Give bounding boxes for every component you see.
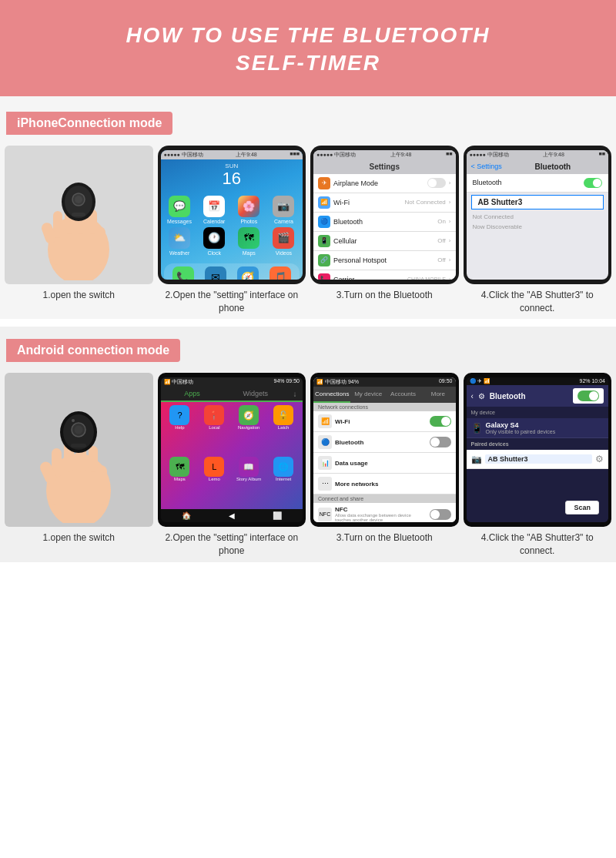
data-icon: 📊 [318,456,332,470]
android-app-story: 📖Story Album [233,457,265,506]
bt-header: < Settings Bluetooth [467,159,609,174]
ios-bt-status-bar: ●●●●● 中国移动上午9:48■■ [467,150,609,159]
more-networks-row: ⋯ More networks [313,474,456,494]
svg-rect-23 [71,444,86,447]
nfc-row: NFC NFC Allow data exchange between devi… [313,503,456,522]
android-step-4-caption: 4.Click the "AB Shutter3" to connect. [464,531,612,558]
app-videos: 🎬Videos [268,227,300,256]
tab-mydevice[interactable]: My device [350,387,385,403]
settings-title: Settings [313,159,456,174]
wifi-row: 📶 Wi-Fi [313,411,456,432]
device-phone-icon: 📱 [471,423,483,434]
android-app-latch: 🔓Latch [267,405,300,454]
connect-share-header: Connect and share [313,494,456,503]
page-title: HOW TO USE THE BLUETOOTH SELF-TIMER [15,22,601,78]
settings-wifi: 📶 Wi-Fi Not Connected › [313,193,456,213]
dock-music: 🎵 [270,266,291,280]
bluetooth-row: 🔵 Bluetooth [313,432,456,453]
scan-button[interactable]: Scan [565,501,599,514]
nfc-toggle[interactable] [430,509,451,520]
iphone-step-2: ●●●●● 中国移动 上午9:48 ■■■ SUN 16 💬Messages 📅… [158,146,306,315]
bt-toggle[interactable] [584,178,602,188]
bt-row-icon: 🔵 [318,435,332,449]
settings-cellular: 📱 Cellular Off › [313,232,456,251]
settings-gear-icon[interactable]: ⚙ [595,454,604,464]
ios-settings-status-bar: ●●●●● 中国移动上午9:48■■ [313,150,456,159]
bluetooth-settings-icon: 🔵 [318,216,330,228]
android-step-4: 🔵 ✈ 📶92% 10:04 ‹ ⚙ Bluetooth My device [464,373,612,558]
app-clock: 🕐Clock [199,227,230,256]
android-step-3-caption: 3.Turn on the Bluetooth [336,531,433,545]
bt-discoverable: Now Discoverable [467,222,609,232]
android-instruction-grid: 1.open the switch 📶 中国移动94% 09:50 Apps W… [0,368,616,562]
android-tabs: Connections My device Accounts More [313,387,456,403]
bt-not-connected: Not Connected [467,212,609,222]
data-usage-row: 📊 Data usage [313,453,456,474]
android-hand-device [36,377,121,523]
android-app-maps: 🗺Maps [164,457,196,506]
iphone-section-label: iPhoneConnection mode [6,112,172,135]
nfc-icon: NFC [318,508,332,521]
iphone-step-1: 1.open the switch [5,146,153,315]
tab-apps[interactable]: Apps [161,387,224,402]
android-step-3: 📶 中国移动 94%09:50 Connections My device Ac… [310,373,459,558]
airplane-icon: ✈ [318,177,330,189]
android-step-1-caption: 1.open the switch [43,531,115,545]
settings-hotspot: 🔗 Personal Hotspot Off › [313,251,456,270]
android-bt-status: 🔵 ✈ 📶92% 10:04 [467,377,609,385]
dock-mail: ✉ [205,266,226,280]
settings-carrier: 📞 Carrier CHINA MOBILE › [313,270,456,280]
abt-back[interactable]: ‹ [471,392,474,401]
sort-icon[interactable]: ↓ [287,387,303,401]
tab-widgets[interactable]: Widgets [224,387,287,401]
ab-shutter-row: 📷 AB Shutter3 ⚙ [467,450,609,469]
app-camera: 📷Camera [268,196,300,224]
wifi-toggle[interactable] [430,416,451,427]
android-conn-status: 📶 中国移动 94%09:50 [313,377,456,387]
android-app-lemo: LLemo [198,457,230,506]
android-app-local: 📍Local [198,405,230,454]
paired-label: Paired devices [471,440,604,448]
wifi-icon: 📶 [318,196,330,209]
android-step-2-caption: 2.Open the "setting" interface on phone [158,531,306,558]
svg-point-24 [72,419,75,422]
android-nav-recent[interactable]: ⬜ [273,511,282,520]
galaxy-device-row: 📱 Galaxy S4 Only visible to paired devic… [467,418,609,438]
iphone-instruction-grid: 1.open the switch ●●●●● 中国移动 上午9:48 ■■■ … [0,141,616,320]
android-app-internet: 🌐Internet [267,457,300,506]
bt-toggle-android[interactable] [430,437,451,447]
ab-device-name: AB Shutter3 [485,454,593,464]
my-device-section: My device [467,407,609,418]
abt-toggle-on[interactable] [573,388,604,404]
svg-rect-11 [72,213,85,216]
tab-connections[interactable]: Connections [313,387,350,403]
android-app-navigation: 🧭Navigation [233,405,265,454]
app-messages: 💬Messages [164,196,196,224]
cellular-icon: 📱 [318,235,330,247]
ios-status-bar: ●●●●● 中国移动 上午9:48 ■■■ [161,150,303,159]
network-connections-header: Network connections [313,403,456,411]
dock-phone: 📞 [172,266,194,280]
android-app-help: ?Help [164,405,196,454]
ab-device-icon: 📷 [471,454,482,464]
app-calendar: 📅Calendar [199,196,230,224]
iphone-step-2-caption: 2.Open the "setting" interface on phone [158,289,306,315]
settings-airplane: ✈ Airplane Mode › [313,174,456,193]
android-section-label: Android connection mode [6,339,180,362]
iphone-step-3: ●●●●● 中国移动上午9:48■■ Settings ✈ Airplane M… [310,146,459,315]
android-status-bar: 📶 中国移动94% 09:50 [161,377,303,387]
wifi-row-icon: 📶 [318,414,332,428]
abt-gear[interactable]: ⚙ [478,392,485,401]
hotspot-icon: 🔗 [318,254,330,266]
android-nav-home[interactable]: 🏠 [182,511,191,520]
bt-back-button[interactable]: < Settings [471,163,502,170]
bt-device-name: AB Shutter3 [471,195,604,209]
android-step-1: 1.open the switch [5,373,153,558]
bt-toggle-row: Bluetooth [467,174,609,193]
android-nav-back[interactable]: ◀ [229,511,235,520]
tab-accounts[interactable]: Accounts [386,387,420,403]
hand-device-illustration [36,149,121,280]
svg-rect-17 [89,446,98,472]
app-weather: ⛅Weather [164,227,196,256]
tab-more[interactable]: More [420,387,455,403]
